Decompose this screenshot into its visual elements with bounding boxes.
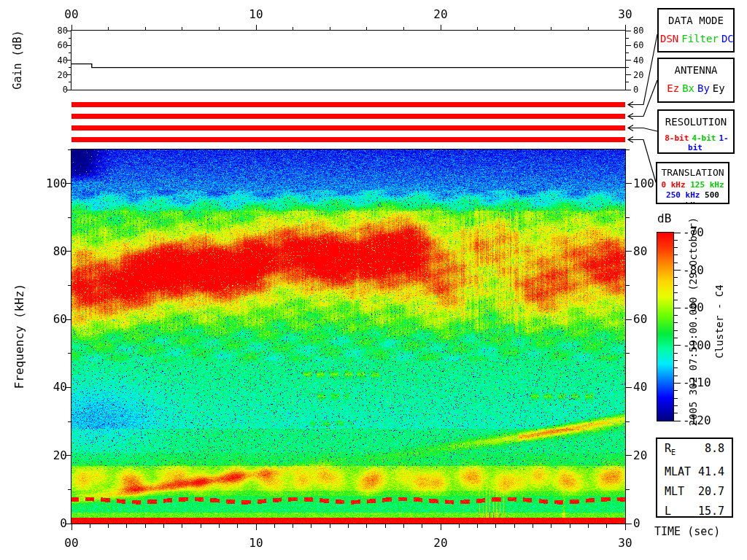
frequency-axis-title: Frequency (kHz) xyxy=(12,284,26,389)
gain-ytick-label-right: 60 xyxy=(633,41,643,50)
freq-tick-label-right: 80 xyxy=(633,246,647,257)
legend-item-8-bit: 8-bit xyxy=(665,133,689,143)
antenna-box: ANTENNA EzBxByEy xyxy=(657,58,735,103)
info-value: 20.7 xyxy=(698,482,724,502)
legend-item-0-khz: 0 kHz xyxy=(661,180,685,190)
gain-ytick-label-right: 40 xyxy=(633,56,643,65)
freq-tick-label: 0 xyxy=(34,518,67,529)
info-row-r: RE8.8 xyxy=(657,439,732,462)
resolution-values: 8-bit4-bit1-bit xyxy=(659,133,733,152)
data-mode-values: DSNFilterDC xyxy=(659,33,733,44)
data-mode-title: DATA MODE xyxy=(659,15,733,26)
legend-item-4-bit: 4-bit xyxy=(692,133,716,143)
colorbar-tick-label: -70 xyxy=(683,227,704,238)
colorbar-tick-label: -80 xyxy=(683,265,704,276)
freq-tick-label: 40 xyxy=(34,381,67,393)
data-mode-box: DATA MODE DSNFilterDC xyxy=(657,8,735,52)
info-label: RE xyxy=(665,439,676,462)
gain-xtick-label: 20 xyxy=(433,9,447,20)
info-label: MLT xyxy=(665,482,684,502)
legend-item-by: By xyxy=(697,82,710,94)
time-tick-label: 00 xyxy=(64,537,78,549)
time-tick-label: 30 xyxy=(618,537,632,549)
timestamp-label: 2005 302 07:59:00.000 (29 October) xyxy=(687,217,699,427)
legend-item-250-khz: 250 kHz xyxy=(666,190,700,200)
translation-title: TRANSLATION xyxy=(657,167,728,178)
gain-ytick-label: 80 xyxy=(34,26,68,35)
translation-box: TRANSLATION 0 kHz 125 kHz250 kHz 500 kHz xyxy=(656,162,729,204)
legend-item-dsn: DSN xyxy=(660,33,678,44)
info-label: MLAT xyxy=(665,462,691,482)
gain-xtick-label: 10 xyxy=(249,9,263,20)
freq-tick-label-right: 100 xyxy=(633,178,654,190)
legend-item-dc: DC xyxy=(721,33,734,44)
wbd-spectrogram-page: { "gain_panel": { "ylabel": "Gain (dB)",… xyxy=(0,0,747,560)
colorbar-title: dB xyxy=(657,211,671,225)
time-tick-label: 20 xyxy=(433,537,447,549)
info-value: 41.4 xyxy=(698,462,724,482)
legend-item-ez: Ez xyxy=(667,82,679,94)
legend-item-125-khz: 125 kHz xyxy=(686,180,724,190)
gain-ytick-label: 20 xyxy=(34,71,68,79)
gain-ytick-label-right: 20 xyxy=(633,71,643,79)
freq-tick-label: 100 xyxy=(34,178,67,190)
translation-values: 0 kHz 125 kHz250 kHz 500 kHz xyxy=(657,180,728,204)
gain-xtick-label: 30 xyxy=(618,9,632,20)
freq-tick-label-right: 20 xyxy=(633,450,647,462)
info-row-mlt: MLT20.7 xyxy=(657,482,732,502)
legend-item-ey: Ey xyxy=(713,82,725,94)
info-label: L xyxy=(665,502,671,521)
ephemeris-info-box: RE8.8MLAT41.4MLT20.7L15.7 xyxy=(656,438,733,518)
freq-tick-label-right: 0 xyxy=(633,518,640,529)
colorbar-tick-label: -120 xyxy=(683,415,711,427)
resolution-box: RESOLUTION 8-bit4-bit1-bit xyxy=(657,109,735,154)
freq-tick-label-right: 40 xyxy=(633,381,647,393)
spacecraft-label: Cluster - C4 xyxy=(713,284,725,358)
colorbar-tick-label: -110 xyxy=(683,377,711,389)
legend-item-filter: Filter xyxy=(681,33,719,44)
time-axis-title: TIME (sec) xyxy=(654,525,720,538)
info-value: 15.7 xyxy=(698,502,724,521)
gain-ytick-label: 0 xyxy=(34,85,68,94)
gain-xtick-label: 00 xyxy=(64,9,78,20)
translation-row: 0 kHz 125 kHz xyxy=(657,180,728,190)
freq-tick-label: 60 xyxy=(34,314,67,325)
antenna-values: EzBxByEy xyxy=(659,82,733,94)
gain-ytick-label-right: 80 xyxy=(633,26,643,35)
info-value: 8.8 xyxy=(705,439,724,462)
translation-row: 250 kHz 500 kHz xyxy=(657,190,728,204)
resolution-title: RESOLUTION xyxy=(659,116,733,128)
antenna-title: ANTENNA xyxy=(659,64,733,76)
info-row-l: L15.7 xyxy=(657,502,732,521)
freq-tick-label-right: 60 xyxy=(633,314,647,325)
info-row-mlat: MLAT41.4 xyxy=(657,462,732,482)
freq-tick-label: 80 xyxy=(34,246,67,257)
colorbar-tick-label: -90 xyxy=(683,302,704,314)
gain-axis-title: Gain (dB) xyxy=(11,30,24,89)
gain-ytick-label: 40 xyxy=(34,56,68,65)
freq-tick-label: 20 xyxy=(34,450,67,462)
gain-ytick-label: 60 xyxy=(34,41,68,50)
colorbar-tick-label: -100 xyxy=(683,340,711,351)
gain-ytick-label-right: 0 xyxy=(633,85,638,94)
legend-item-bx: Bx xyxy=(682,82,694,94)
time-tick-label: 10 xyxy=(249,537,263,549)
